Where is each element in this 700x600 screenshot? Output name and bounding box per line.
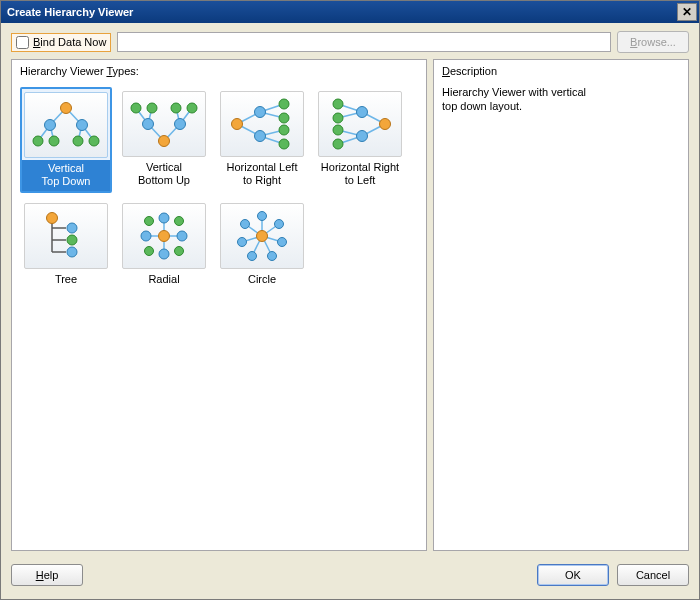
body: Hierarchy Viewer Types:: [1, 59, 699, 557]
svg-point-23: [147, 103, 157, 113]
svg-point-46: [357, 107, 368, 118]
thumb-circle: [220, 203, 304, 269]
svg-point-7: [45, 120, 56, 131]
description-panel-header: Description: [434, 60, 688, 81]
svg-point-34: [255, 131, 266, 142]
svg-point-51: [333, 139, 343, 149]
thumb-tree: [24, 203, 108, 269]
type-horizontal-rtl[interactable]: Horizontal Rightto Left: [314, 87, 406, 193]
svg-point-20: [143, 119, 154, 130]
help-button[interactable]: Help: [11, 564, 83, 586]
svg-point-9: [33, 136, 43, 146]
type-vertical-bottom-up[interactable]: VerticalBottom Up: [118, 87, 210, 193]
svg-point-24: [171, 103, 181, 113]
description-panel: Description Hierarchy Viewer with vertic…: [433, 59, 689, 551]
svg-point-19: [159, 136, 170, 147]
create-hierarchy-viewer-dialog: Create Hierarchy Viewer ✕ Bind Data Now …: [0, 0, 700, 600]
types-grid: VerticalTop Down: [12, 81, 426, 298]
svg-point-47: [357, 131, 368, 142]
type-label: Horizontal Rightto Left: [315, 159, 405, 190]
type-label: Tree: [21, 271, 111, 289]
type-horizontal-ltr[interactable]: Horizontal Leftto Right: [216, 87, 308, 193]
type-label: Circle: [217, 271, 307, 289]
svg-point-70: [175, 247, 184, 256]
bind-data-now-checkbox[interactable]: Bind Data Now: [11, 33, 111, 52]
bind-data-row: Bind Data Now Browse...: [1, 23, 699, 59]
svg-point-50: [333, 125, 343, 135]
svg-point-45: [380, 119, 391, 130]
thumb-vertical-top-down: [24, 92, 108, 158]
browse-button[interactable]: Browse...: [617, 31, 689, 53]
type-label: Horizontal Leftto Right: [217, 159, 307, 190]
svg-point-80: [257, 231, 268, 242]
data-source-input[interactable]: [117, 32, 611, 52]
svg-point-38: [279, 139, 289, 149]
bind-data-now-label: Bind Data Now: [33, 36, 106, 48]
svg-point-85: [248, 252, 257, 261]
svg-point-82: [275, 220, 284, 229]
svg-point-32: [232, 119, 243, 130]
close-icon: ✕: [682, 5, 692, 19]
svg-point-49: [333, 113, 343, 123]
type-tree[interactable]: Tree: [20, 199, 112, 292]
svg-point-25: [187, 103, 197, 113]
type-label: Radial: [119, 271, 209, 289]
types-panel: Hierarchy Viewer Types:: [11, 59, 427, 551]
svg-point-58: [67, 235, 77, 245]
svg-point-56: [47, 213, 58, 224]
horizontal-ltr-icon: [222, 94, 302, 154]
svg-point-6: [61, 103, 72, 114]
svg-point-84: [268, 252, 277, 261]
svg-point-33: [255, 107, 266, 118]
close-button[interactable]: ✕: [677, 3, 697, 21]
svg-point-59: [67, 247, 77, 257]
tree-icon: [26, 206, 106, 266]
svg-point-36: [279, 113, 289, 123]
svg-point-8: [77, 120, 88, 131]
svg-point-64: [159, 231, 170, 242]
svg-point-83: [278, 238, 287, 247]
svg-point-65: [159, 213, 169, 223]
thumb-horizontal-rtl: [318, 91, 402, 157]
cancel-button[interactable]: Cancel: [617, 564, 689, 586]
circle-icon: [222, 206, 302, 266]
bind-data-now-input[interactable]: [16, 36, 29, 49]
svg-point-21: [175, 119, 186, 130]
vertical-bottom-up-icon: [124, 94, 204, 154]
types-panel-header: Hierarchy Viewer Types:: [12, 60, 426, 81]
svg-point-72: [145, 217, 154, 226]
svg-point-67: [159, 249, 169, 259]
svg-point-10: [49, 136, 59, 146]
dialog-title: Create Hierarchy Viewer: [7, 6, 133, 18]
svg-point-71: [145, 247, 154, 256]
type-label: VerticalTop Down: [22, 160, 110, 191]
thumb-radial: [122, 203, 206, 269]
horizontal-rtl-icon: [320, 94, 400, 154]
radial-icon: [124, 206, 204, 266]
svg-point-35: [279, 99, 289, 109]
thumb-vertical-bottom-up: [122, 91, 206, 157]
svg-point-37: [279, 125, 289, 135]
description-text: Hierarchy Viewer with vertical top down …: [434, 81, 688, 117]
svg-point-12: [89, 136, 99, 146]
thumb-horizontal-ltr: [220, 91, 304, 157]
svg-point-22: [131, 103, 141, 113]
svg-point-66: [177, 231, 187, 241]
svg-point-69: [175, 217, 184, 226]
svg-point-11: [73, 136, 83, 146]
vertical-top-down-icon: [26, 95, 106, 155]
type-label: VerticalBottom Up: [119, 159, 209, 190]
type-radial[interactable]: Radial: [118, 199, 210, 292]
svg-point-86: [238, 238, 247, 247]
svg-point-48: [333, 99, 343, 109]
type-circle[interactable]: Circle: [216, 199, 308, 292]
svg-point-68: [141, 231, 151, 241]
svg-point-57: [67, 223, 77, 233]
type-vertical-top-down[interactable]: VerticalTop Down: [20, 87, 112, 193]
svg-point-87: [241, 220, 250, 229]
ok-button[interactable]: OK: [537, 564, 609, 586]
titlebar: Create Hierarchy Viewer ✕: [1, 1, 699, 23]
svg-point-81: [258, 212, 267, 221]
button-row: Help OK Cancel: [1, 557, 699, 599]
